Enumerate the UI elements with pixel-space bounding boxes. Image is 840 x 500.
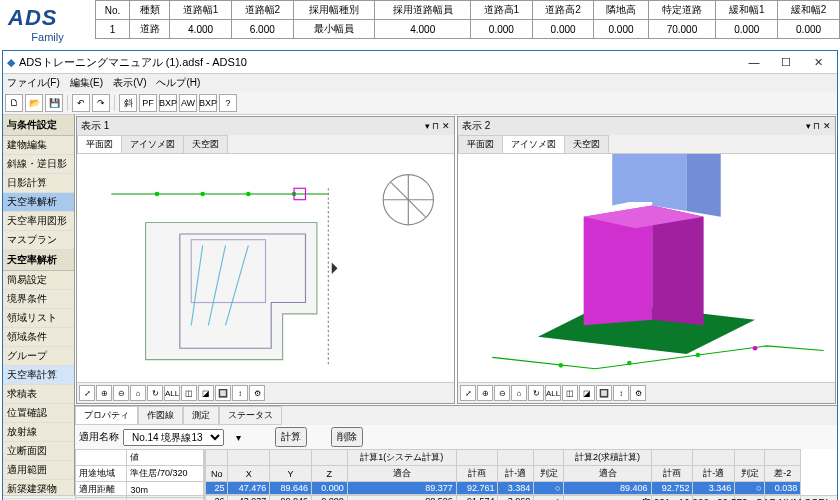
main-toolbar: 🗋 📂 💾 ↶ ↷ 斜 PF BXP AW BXP ? (3, 92, 837, 115)
view-tool-button[interactable]: ⊕ (477, 385, 493, 401)
view-tool-button[interactable]: ◪ (579, 385, 595, 401)
view-tool-button[interactable]: ⌂ (130, 385, 146, 401)
iso-view-canvas[interactable] (458, 154, 835, 382)
titlebar: ◆ ADSトレーニングマニュアル (1).adsf - ADS10 — ☐ ✕ (3, 51, 837, 74)
view-tool-button[interactable]: ⊖ (113, 385, 129, 401)
view-tool-button[interactable]: ◪ (198, 385, 214, 401)
sidebar-group2-header: 天空率解析 (3, 250, 74, 271)
cell: 0.000 (716, 20, 778, 39)
logo-main: ADS (8, 5, 87, 31)
cell: 0.000 (778, 20, 840, 39)
view-tool-button[interactable]: ALL (545, 385, 561, 401)
menu-item[interactable]: ファイル(F) (7, 76, 60, 90)
close-button[interactable]: ✕ (803, 53, 833, 71)
new-icon[interactable]: 🗋 (5, 94, 23, 112)
menu-item[interactable]: 編集(E) (70, 76, 103, 90)
view-tab[interactable]: アイソメ図 (121, 135, 184, 153)
save-icon[interactable]: 💾 (45, 94, 63, 112)
sidebar-item[interactable]: 天空率用図形 (3, 212, 74, 231)
boundary-select[interactable]: No.14 境界線13 (123, 429, 224, 446)
menu-item[interactable]: ヘルプ(H) (156, 76, 200, 90)
sidebar-item[interactable]: 求積表 (3, 385, 74, 404)
menu-item[interactable]: 表示(V) (113, 76, 146, 90)
maximize-button[interactable]: ☐ (771, 53, 801, 71)
tool-sha[interactable]: 斜 (119, 94, 137, 112)
view-tool-button[interactable]: ⤢ (460, 385, 476, 401)
delete-button[interactable]: 削除 (331, 427, 363, 447)
sidebar-item[interactable]: 領域リスト (3, 309, 74, 328)
sidebar: 与条件設定 建物編集斜線・逆日影日影計算天空率解析天空率用図形マスプラン 天空率… (3, 115, 75, 495)
open-icon[interactable]: 📂 (25, 94, 43, 112)
view-tool-button[interactable]: 🔲 (215, 385, 231, 401)
view-tool-button[interactable]: ↻ (147, 385, 163, 401)
tool-aw[interactable]: AW (179, 94, 197, 112)
svg-point-2 (200, 192, 205, 197)
pin-icon[interactable]: ▾ ⊓ ✕ (806, 121, 831, 131)
cell: 0.000 (594, 20, 648, 39)
menubar: ファイル(F)編集(E)表示(V)ヘルプ(H) (3, 74, 837, 92)
view-tool-button[interactable]: ⤢ (79, 385, 95, 401)
view-tool-button[interactable]: ↕ (613, 385, 629, 401)
view-tab[interactable]: 平面図 (458, 135, 503, 153)
panel-tab[interactable]: 測定 (183, 406, 219, 425)
sidebar-item[interactable]: 適用範囲 (3, 461, 74, 480)
view-tool-button[interactable]: ⊕ (96, 385, 112, 401)
sidebar-item[interactable]: 簡易設定 (3, 271, 74, 290)
sidebar-item[interactable]: 天空率解析 (3, 193, 74, 212)
svg-point-3 (246, 192, 251, 197)
view-tab[interactable]: 天空図 (564, 135, 609, 153)
sidebar-item[interactable]: 放射線 (3, 423, 74, 442)
panel-tab[interactable]: プロパティ (75, 406, 138, 425)
main-window: ◆ ADSトレーニングマニュアル (1).adsf - ADS10 — ☐ ✕ … (2, 50, 838, 500)
calc-button[interactable]: 計算 (275, 427, 307, 447)
view-tab[interactable]: 天空図 (183, 135, 228, 153)
sidebar-item[interactable]: 位置確認 (3, 404, 74, 423)
sidebar-header: 与条件設定 (3, 115, 74, 136)
tool-pf[interactable]: PF (139, 94, 157, 112)
col-header: 特定道路 (648, 1, 716, 20)
sidebar-item[interactable]: 新築建築物 (3, 480, 74, 499)
minimize-button[interactable]: — (739, 53, 769, 71)
panel-tab[interactable]: 作図線 (138, 406, 183, 425)
tool-bxp1[interactable]: BXP (159, 94, 177, 112)
view-tool-button[interactable]: 🔲 (596, 385, 612, 401)
svg-marker-21 (686, 154, 720, 217)
pin-icon[interactable]: ▾ ⊓ ✕ (425, 121, 450, 131)
view-tab[interactable]: アイソメ図 (502, 135, 565, 153)
view-tool-button[interactable]: ⚙ (249, 385, 265, 401)
help-icon[interactable]: ? (219, 94, 237, 112)
sidebar-item[interactable]: グループ (3, 347, 74, 366)
col-header: 道路高1 (471, 1, 533, 20)
cell: 0.000 (471, 20, 533, 39)
sidebar-item[interactable]: 斜線・逆日影 (3, 155, 74, 174)
view-tool-button[interactable]: ⚙ (630, 385, 646, 401)
cell: 6.000 (231, 20, 293, 39)
col-header: 緩和幅2 (778, 1, 840, 20)
sidebar-item[interactable]: マスプラン (3, 231, 74, 250)
view-tool-button[interactable]: ALL (164, 385, 180, 401)
sidebar-item[interactable]: 建物編集 (3, 136, 74, 155)
view-tool-button[interactable]: ⊖ (494, 385, 510, 401)
view-tool-button[interactable]: ⌂ (511, 385, 527, 401)
col-header: 緩和幅1 (716, 1, 778, 20)
svg-point-22 (559, 363, 564, 368)
table-row[interactable]: 2547.47689.6460.00089.37792.7613.384○89.… (206, 482, 837, 495)
view-tab[interactable]: 平面図 (77, 135, 122, 153)
sidebar-item[interactable]: 天空率計算 (3, 366, 74, 385)
calculation-table[interactable]: 計算1(システム計算)計算2(求積計算)NoXYZ適合計画計-適判定適合計画計-… (205, 449, 837, 500)
tool-bxp2[interactable]: BXP (199, 94, 217, 112)
plan-view-canvas[interactable] (77, 154, 454, 382)
sidebar-item[interactable]: 境界条件 (3, 290, 74, 309)
redo-icon[interactable]: ↷ (92, 94, 110, 112)
sidebar-item[interactable]: 日影計算 (3, 174, 74, 193)
view-tool-button[interactable]: ↻ (528, 385, 544, 401)
undo-icon[interactable]: ↶ (72, 94, 90, 112)
sidebar-item[interactable]: 立断面図 (3, 442, 74, 461)
view-tool-button[interactable]: ↕ (232, 385, 248, 401)
view-tool-button[interactable]: ◫ (562, 385, 578, 401)
col-header: 採用道路幅員 (375, 1, 471, 20)
svg-point-23 (627, 361, 632, 366)
panel-tab[interactable]: ステータス (219, 406, 282, 425)
view-tool-button[interactable]: ◫ (181, 385, 197, 401)
sidebar-item[interactable]: 領域条件 (3, 328, 74, 347)
